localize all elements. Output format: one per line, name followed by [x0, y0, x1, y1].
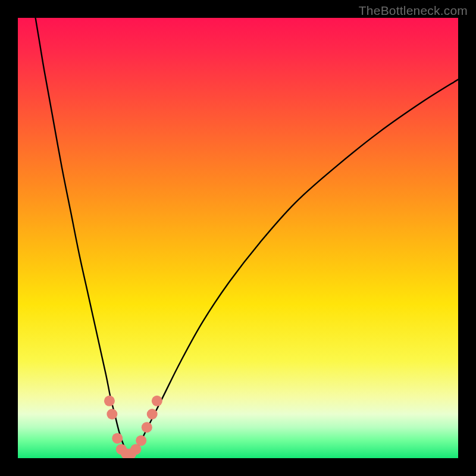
gradient-background	[18, 18, 458, 458]
chart-frame: TheBottleneck.com	[0, 0, 476, 476]
plot-area	[18, 18, 458, 458]
watermark-text: TheBottleneck.com	[359, 4, 468, 18]
